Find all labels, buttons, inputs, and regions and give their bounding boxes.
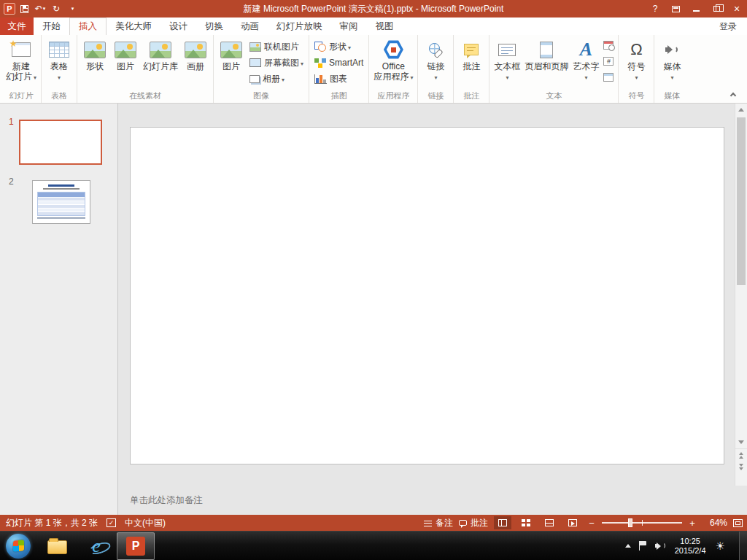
new-slide-icon	[12, 42, 31, 57]
online-pictures-button[interactable]: 图片	[110, 36, 141, 91]
taskbar-explorer-button[interactable]	[38, 532, 76, 560]
next-slide-button[interactable]	[735, 461, 747, 473]
fit-to-window-button[interactable]	[733, 519, 743, 527]
notes-toggle-button[interactable]: 备注	[424, 517, 453, 529]
slide-1-thumbnail[interactable]	[19, 120, 102, 165]
shapes-label: 形状	[329, 41, 351, 53]
slideshow-view-button[interactable]	[564, 516, 581, 529]
comment-label: 批注	[462, 61, 480, 71]
symbol-button[interactable]: Ω 符号	[621, 36, 651, 91]
scrollbar-thumb[interactable]	[737, 117, 746, 285]
slide-thumbnail-panel[interactable]: 1 2	[0, 104, 118, 515]
taskbar-ie-button[interactable]: e	[77, 532, 115, 560]
previous-slide-button[interactable]	[735, 448, 747, 461]
screenshot-button[interactable]: 屏幕截图	[247, 55, 306, 71]
comment-button[interactable]: 批注	[456, 36, 487, 91]
zoom-percentage[interactable]: 64%	[703, 518, 727, 528]
vertical-scrollbar[interactable]	[735, 104, 747, 486]
tab-home[interactable]: 开始	[34, 18, 69, 35]
help-button[interactable]: ?	[645, 0, 665, 18]
date-time-button[interactable]	[601, 39, 616, 52]
scroll-up-button[interactable]	[735, 104, 747, 116]
object-icon	[603, 73, 614, 82]
action-center-flag-icon[interactable]	[639, 541, 647, 551]
start-button[interactable]	[6, 534, 31, 559]
online-pictures-icon	[115, 42, 136, 58]
online-pictures-web-button[interactable]: 联机图片	[247, 39, 306, 55]
tab-transitions[interactable]: 切换	[196, 18, 232, 35]
tab-meihuadashi[interactable]: 美化大师	[107, 18, 160, 35]
tab-file[interactable]: 文件	[0, 18, 34, 35]
normal-view-button[interactable]	[494, 516, 511, 529]
slide-number-button[interactable]	[601, 55, 616, 68]
sign-in-button[interactable]: 登录	[709, 18, 747, 35]
zoom-in-button[interactable]: +	[688, 518, 697, 529]
show-desktop-button[interactable]	[739, 532, 747, 560]
settings-sun-icon[interactable]: ☀	[716, 540, 725, 551]
slide-2-thumbnail[interactable]	[32, 180, 90, 224]
wordart-button[interactable]: A 艺术字	[570, 36, 601, 91]
minimize-button[interactable]	[686, 0, 706, 18]
taskbar-powerpoint-button[interactable]: P	[117, 532, 155, 560]
double-arrow-down-icon	[739, 464, 743, 470]
status-bar: 幻灯片 第 1 张，共 2 张 中文(中国) 备注 批注 − + 64%	[0, 515, 747, 531]
undo-button[interactable]: ↶▾	[33, 1, 47, 16]
tab-slideshow[interactable]: 幻灯片放映	[268, 18, 331, 35]
media-dropdown-icon	[670, 71, 673, 83]
tab-review[interactable]: 审阅	[331, 18, 367, 35]
tab-view[interactable]: 视图	[367, 18, 403, 35]
tab-design[interactable]: 设计	[160, 18, 196, 35]
restore-icon	[713, 6, 720, 12]
album-button[interactable]: 画册	[180, 36, 211, 91]
powerpoint-app-icon[interactable]: P	[4, 3, 15, 15]
pictures-button[interactable]: 图片	[216, 36, 247, 91]
volume-icon[interactable]	[655, 542, 665, 551]
tab-animations[interactable]: 动画	[232, 18, 268, 35]
smartart-button[interactable]: SmartArt	[311, 55, 366, 71]
zoom-slider-thumb[interactable]	[628, 518, 632, 527]
language-indicator[interactable]: 中文(中国)	[125, 517, 166, 529]
slide-canvas[interactable]	[130, 127, 724, 464]
comments-toggle-button[interactable]: 批注	[459, 517, 488, 529]
new-slide-button[interactable]: 新建 幻灯片	[4, 36, 39, 91]
new-slide-label-2: 幻灯片	[6, 71, 36, 83]
tab-insert-label: 插入	[79, 20, 97, 33]
slide-sorter-view-button[interactable]	[517, 516, 535, 529]
notes-pane[interactable]: 单击此处添加备注	[118, 486, 747, 515]
slide-library-label: 幻灯片库	[143, 61, 178, 71]
table-button[interactable]: 表格	[44, 36, 74, 91]
redo-button[interactable]: ↻	[49, 1, 63, 16]
shapes-button[interactable]: 形状	[311, 39, 366, 55]
reading-view-button[interactable]	[541, 516, 558, 529]
restore-button[interactable]	[706, 0, 727, 18]
chart-button[interactable]: 图表	[311, 71, 366, 87]
slide-library-button[interactable]: 幻灯片库	[141, 36, 180, 91]
zoom-out-button[interactable]: −	[587, 518, 596, 529]
ribbon-group-symbols: Ω 符号 符号	[619, 35, 654, 103]
spell-check-icon[interactable]	[107, 518, 116, 527]
zoom-slider[interactable]	[602, 522, 682, 524]
customize-qat-button[interactable]: ▾	[65, 1, 80, 16]
textbox-button[interactable]: 文本框	[492, 36, 522, 91]
hyperlink-button[interactable]: 链接	[420, 36, 451, 91]
save-button[interactable]	[17, 1, 31, 16]
table-dropdown-icon	[58, 71, 61, 83]
online-shapes-button[interactable]: 形状	[80, 36, 110, 91]
close-icon: ×	[734, 4, 740, 14]
ribbon-display-options-button[interactable]	[665, 0, 686, 18]
office-apps-button[interactable]: Office 应用程序	[371, 36, 415, 91]
object-button[interactable]	[601, 71, 616, 84]
scroll-down-button[interactable]	[735, 436, 747, 448]
hidden-icons-button[interactable]	[625, 544, 631, 548]
ribbon-group-illustrations: 形状 SmartArt 图表 插图	[309, 35, 369, 103]
close-button[interactable]: ×	[727, 0, 747, 18]
header-footer-button[interactable]: 页眉和页脚	[522, 36, 570, 91]
group-label-slides: 幻灯片	[1, 90, 41, 101]
taskbar-clock[interactable]: 10:25 2015/2/4	[673, 537, 708, 556]
tab-insert[interactable]: 插入	[69, 18, 107, 35]
collapse-ribbon-button[interactable]	[727, 89, 740, 99]
photo-album-button[interactable]: 相册	[247, 71, 306, 87]
wordart-dropdown-icon	[584, 71, 587, 83]
screenshot-icon	[249, 58, 261, 67]
media-button[interactable]: 媒体	[657, 36, 687, 91]
